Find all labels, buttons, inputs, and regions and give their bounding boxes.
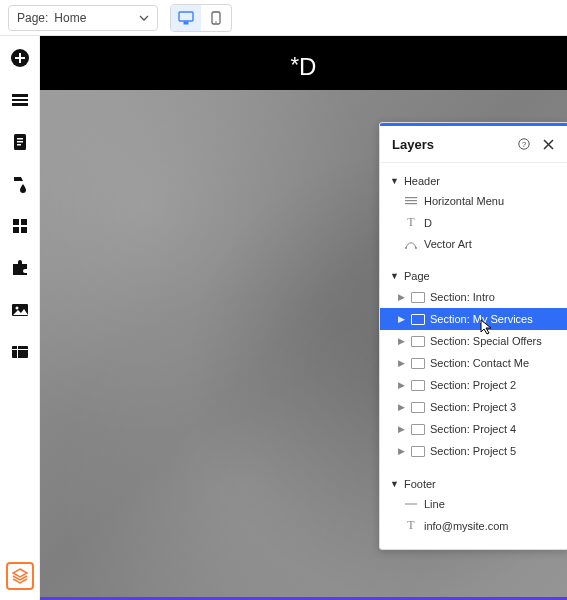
apps-icon [12, 218, 28, 234]
desktop-view-button[interactable] [171, 5, 201, 31]
svg-rect-23 [405, 197, 417, 198]
section-icon [411, 424, 425, 435]
svg-rect-18 [12, 346, 28, 358]
svg-rect-7 [12, 103, 28, 106]
svg-rect-0 [179, 12, 193, 21]
layers-group-footer[interactable]: ▼ Footer [380, 472, 567, 494]
caret-right-icon: ▶ [398, 380, 406, 390]
caret-right-icon: ▶ [398, 402, 406, 412]
layer-item-section[interactable]: ▶Section: Project 2 [380, 374, 567, 396]
addons-button[interactable] [8, 256, 32, 280]
layer-item-section[interactable]: ▶Section: Project 3 [380, 396, 567, 418]
caret-right-icon: ▶ [398, 424, 406, 434]
logo-letter: D [299, 53, 316, 80]
pages-button[interactable] [8, 130, 32, 154]
layer-label: Section: Project 4 [430, 423, 516, 435]
vector-icon [404, 239, 418, 249]
hmenu-icon [404, 197, 418, 205]
mobile-icon [211, 11, 221, 25]
svg-rect-25 [405, 203, 417, 204]
section-icon [411, 380, 425, 391]
editor-canvas[interactable]: *D Gr Layers ? ▼ Header Horizontal Menu [40, 36, 567, 600]
layer-label: Section: Project 3 [430, 401, 516, 413]
layer-label: Section: Project 2 [430, 379, 516, 391]
media-button[interactable] [8, 298, 32, 322]
svg-rect-14 [13, 227, 19, 233]
puzzle-icon [11, 259, 29, 277]
layers-toggle-button[interactable] [6, 562, 34, 590]
svg-rect-24 [405, 200, 417, 201]
group-page-label: Page [404, 270, 430, 282]
layer-item-vector-art[interactable]: Vector Art [380, 234, 567, 254]
layers-icon [11, 567, 29, 585]
layer-item-section[interactable]: ▶Section: My Services [380, 308, 567, 330]
svg-rect-15 [21, 227, 27, 233]
group-footer-label: Footer [404, 478, 436, 490]
svg-point-17 [15, 307, 18, 310]
data-icon [11, 345, 29, 359]
svg-rect-9 [17, 138, 23, 140]
svg-rect-10 [17, 141, 23, 143]
layer-item-section[interactable]: ▶Section: Intro [380, 286, 567, 308]
data-button[interactable] [8, 340, 32, 364]
layer-label: Horizontal Menu [424, 195, 504, 207]
text-icon: T [404, 215, 418, 230]
caret-down-icon: ▼ [390, 479, 399, 489]
layer-label: D [424, 217, 432, 229]
layer-label: Section: Intro [430, 291, 495, 303]
layer-label: Vector Art [424, 238, 472, 250]
device-toggle [170, 4, 232, 32]
svg-rect-6 [12, 99, 28, 101]
layer-item-horizontal-menu[interactable]: Horizontal Menu [380, 191, 567, 211]
image-icon [11, 303, 29, 317]
theme-button[interactable] [8, 172, 32, 196]
layers-panel: Layers ? ▼ Header Horizontal Menu T D [379, 122, 567, 550]
layer-label: Line [424, 498, 445, 510]
caret-right-icon: ▶ [398, 336, 406, 346]
apps-button[interactable] [8, 214, 32, 238]
layer-label: info@mysite.com [424, 520, 509, 532]
svg-point-26 [405, 247, 407, 249]
layer-label: Section: Special Offers [430, 335, 542, 347]
top-toolbar: Page: Home [0, 0, 567, 36]
layer-item-section[interactable]: ▶Section: Project 4 [380, 418, 567, 440]
layer-item-section[interactable]: ▶Section: Special Offers [380, 330, 567, 352]
layer-item-footer-text[interactable]: T info@mysite.com [380, 514, 567, 537]
svg-rect-1 [184, 22, 188, 24]
svg-rect-12 [13, 219, 19, 225]
section-icon [11, 93, 29, 107]
svg-rect-5 [12, 94, 28, 97]
page-label-name: Home [54, 11, 86, 25]
svg-rect-19 [12, 349, 28, 350]
svg-text:?: ? [522, 140, 527, 149]
caret-right-icon: ▶ [398, 446, 406, 456]
desktop-icon [178, 11, 194, 25]
caret-down-icon: ▼ [390, 176, 399, 186]
layers-group-page[interactable]: ▼ Page [380, 264, 567, 286]
paint-icon [11, 175, 29, 193]
layer-item-section[interactable]: ▶Section: Project 5 [380, 440, 567, 462]
sections-button[interactable] [8, 88, 32, 112]
layer-label: Section: Project 5 [430, 445, 516, 457]
caret-down-icon: ▼ [390, 271, 399, 281]
close-button[interactable] [540, 136, 556, 152]
page-selector[interactable]: Page: Home [8, 5, 158, 31]
help-button[interactable]: ? [516, 136, 532, 152]
section-icon [411, 446, 425, 457]
close-icon [543, 139, 554, 150]
layers-panel-header: Layers ? [380, 126, 567, 163]
svg-rect-11 [17, 144, 21, 146]
layer-label: Section: My Services [430, 313, 533, 325]
mobile-view-button[interactable] [201, 5, 231, 31]
layer-item-footer-line[interactable]: Line [380, 494, 567, 514]
plus-circle-icon [10, 48, 30, 68]
add-button[interactable] [8, 46, 32, 70]
caret-right-icon: ▶ [398, 292, 406, 302]
layer-item-text-d[interactable]: T D [380, 211, 567, 234]
section-icon [411, 314, 425, 325]
help-icon: ? [518, 138, 530, 150]
layers-group-header[interactable]: ▼ Header [380, 169, 567, 191]
page-label-prefix: Page: [17, 11, 48, 25]
layer-item-section[interactable]: ▶Section: Contact Me [380, 352, 567, 374]
layers-panel-title: Layers [392, 137, 434, 152]
